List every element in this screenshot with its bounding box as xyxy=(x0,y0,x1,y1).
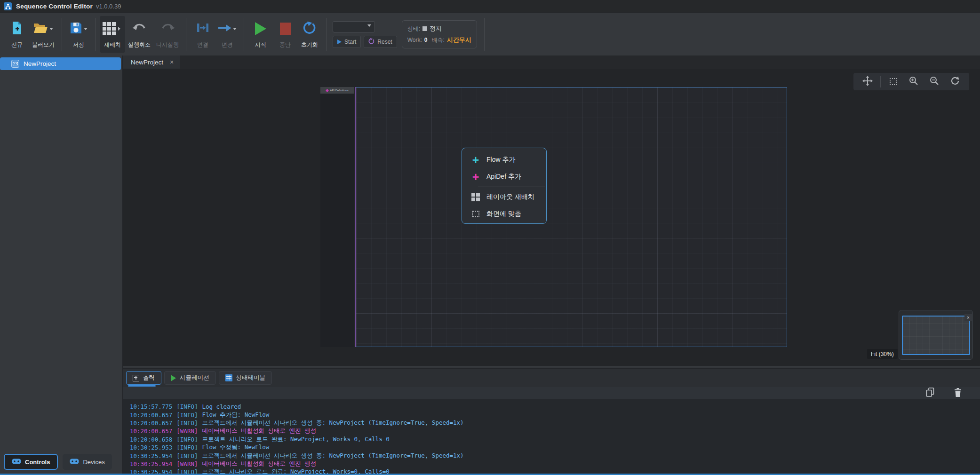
project-icon xyxy=(11,60,19,68)
devices-tab[interactable]: Devices xyxy=(63,454,112,470)
gamepad-icon xyxy=(12,459,21,466)
toolbar-separator xyxy=(326,18,327,51)
state-value: 정지 xyxy=(430,24,442,33)
new-button[interactable]: 신규 xyxy=(5,16,29,53)
clear-log-button[interactable] xyxy=(953,388,963,398)
tab-output[interactable]: 출력 xyxy=(126,371,161,385)
reset-button[interactable]: Reset xyxy=(364,36,397,48)
canvas-toolbar-separator xyxy=(880,76,881,87)
stop-button[interactable]: 중단 xyxy=(273,16,297,53)
save-dropdown-icon[interactable] xyxy=(84,28,88,32)
reset-small-icon xyxy=(368,38,374,46)
init-button[interactable]: 초기화 xyxy=(297,16,322,53)
log-entry: 10:20:00.657[INFO]프로젝트에서 시뮬레이션 시나리오 생성 중… xyxy=(130,419,980,427)
open-folder-icon xyxy=(33,22,48,36)
run-target-group: Start Reset xyxy=(333,21,397,48)
fit-view-button[interactable] xyxy=(885,75,901,89)
log-toolbar xyxy=(123,387,980,399)
connect-button[interactable]: 연결 xyxy=(191,16,215,53)
main-toolbar: 신규 불러오기 저장 xyxy=(0,13,980,55)
engine-status-box: 상태: 정지 Work: 0 배속: 시간무시 xyxy=(402,20,477,48)
redo-button[interactable]: 다시실행 xyxy=(153,16,182,53)
log-output[interactable]: 10:15:57.775[INFO]Log cleared 10:20:00.6… xyxy=(123,399,980,474)
change-button[interactable]: 변경 xyxy=(215,16,239,53)
play-icon xyxy=(255,22,266,35)
flow-canvas[interactable]: API Definitions xyxy=(123,69,980,366)
tab-newproject[interactable]: NewProject × xyxy=(123,55,180,69)
toolbar-separator xyxy=(62,18,62,51)
zoom-in-icon xyxy=(909,76,918,87)
start-play-icon xyxy=(337,40,342,44)
change-arrow-icon xyxy=(218,24,231,34)
reset-circular-icon xyxy=(303,21,317,37)
sidebar-item-newproject[interactable]: NewProject xyxy=(0,57,121,70)
gamepad-icon xyxy=(70,459,79,466)
minimap-close-icon[interactable]: × xyxy=(964,314,972,321)
tab-simulation[interactable]: 시뮬레이션 xyxy=(164,371,216,385)
canvas-context-menu: + Flow 추가 + ApiDef 추가 레이아웃 재배치 화면에 맞춤 xyxy=(462,148,547,224)
menu-item-fit-screen[interactable]: 화면에 맞춤 xyxy=(462,206,546,222)
document-tabbar: NewProject × xyxy=(123,55,980,69)
minimap-viewport[interactable] xyxy=(902,316,970,355)
start-button[interactable]: Start xyxy=(333,36,361,48)
app-logo-icon xyxy=(4,2,12,10)
state-stopped-icon xyxy=(422,26,427,31)
active-tab-underline xyxy=(128,385,156,387)
open-button[interactable]: 불러오기 xyxy=(29,16,57,53)
zoom-level-badge: Fit (30%) xyxy=(867,349,898,359)
menu-item-relayout[interactable]: 레이아웃 재배치 xyxy=(462,189,546,206)
api-definitions-node[interactable]: API Definitions xyxy=(320,87,354,347)
plus-magenta-icon: + xyxy=(471,172,480,182)
copy-icon xyxy=(926,388,934,399)
speed-value: 시간무시 xyxy=(447,36,471,44)
log-entry: 10:20:00.658[INFO]프로젝트 시나리오 로드 완료: NewPr… xyxy=(130,435,980,443)
api-definitions-header: API Definitions xyxy=(320,87,354,94)
canvas-toolbar xyxy=(853,73,969,90)
menu-item-add-flow[interactable]: + Flow 추가 xyxy=(462,151,546,168)
refresh-icon xyxy=(950,76,960,87)
app-title: Sequence Control Editor xyxy=(16,3,93,10)
menu-item-add-apidef[interactable]: + ApiDef 추가 xyxy=(462,168,546,185)
change-dropdown-icon[interactable] xyxy=(233,28,237,32)
open-dropdown-icon[interactable] xyxy=(49,28,53,32)
trash-icon xyxy=(954,388,962,399)
controls-tab[interactable]: Controls xyxy=(4,454,58,470)
project-sidebar: NewProject Controls Devices xyxy=(0,55,123,475)
log-entry: 10:20:00.657[INFO]Flow 추가됨: NewFlow xyxy=(130,411,980,419)
refresh-button[interactable] xyxy=(947,75,963,89)
app-window: Sequence Control Editor v1.0.0.39 신규 불러오… xyxy=(0,0,980,475)
zoom-out-button[interactable] xyxy=(926,75,942,89)
apidef-icon xyxy=(326,88,329,92)
rearrange-expand-icon[interactable] xyxy=(118,27,122,31)
output-icon xyxy=(133,375,139,381)
redo-icon xyxy=(160,22,175,35)
state-table-icon xyxy=(225,374,232,381)
pan-button[interactable] xyxy=(860,75,876,89)
run-button[interactable]: 시작 xyxy=(248,16,273,53)
tab-state-table[interactable]: 상태테이블 xyxy=(219,371,272,385)
flow-grid-region[interactable] xyxy=(356,87,787,347)
zoom-in-button[interactable] xyxy=(906,75,922,89)
toolbar-separator xyxy=(95,18,96,51)
minimap[interactable]: × xyxy=(899,310,973,360)
title-bar: Sequence Control Editor v1.0.0.39 xyxy=(0,0,980,13)
rearrange-button[interactable]: 재배치 xyxy=(100,16,125,53)
zoom-out-icon xyxy=(930,76,939,87)
log-entry: 10:30:25.954[WARN]데이터베이스 비활성화 상태로 엔진 생성 xyxy=(130,460,980,468)
bottom-panel: 출력 시뮬레이션 상태테이블 xyxy=(123,369,980,474)
tab-close-icon[interactable]: × xyxy=(170,58,174,66)
toolbar-separator xyxy=(186,18,186,51)
log-entry: 10:30:25.953[INFO]Flow 수정됨: NewFlow xyxy=(130,443,980,451)
menu-separator xyxy=(478,187,545,187)
save-button[interactable]: 저장 xyxy=(66,16,91,53)
run-target-select[interactable] xyxy=(333,21,375,32)
log-entry: 10:30:25.954[INFO]프로젝트에서 시뮬레이션 시나리오 생성 중… xyxy=(130,451,980,459)
connect-icon xyxy=(197,23,209,35)
toolbar-separator xyxy=(244,18,244,51)
select-dropdown-icon xyxy=(367,24,371,29)
fit-selection-icon xyxy=(890,78,897,85)
copy-log-button[interactable] xyxy=(925,388,935,398)
rearrange-grid-icon xyxy=(103,22,116,35)
undo-button[interactable]: 실행취소 xyxy=(125,16,153,53)
log-entry: 10:20:00.657[WARN]데이터베이스 비활성화 상태로 엔진 생성 xyxy=(130,427,980,435)
